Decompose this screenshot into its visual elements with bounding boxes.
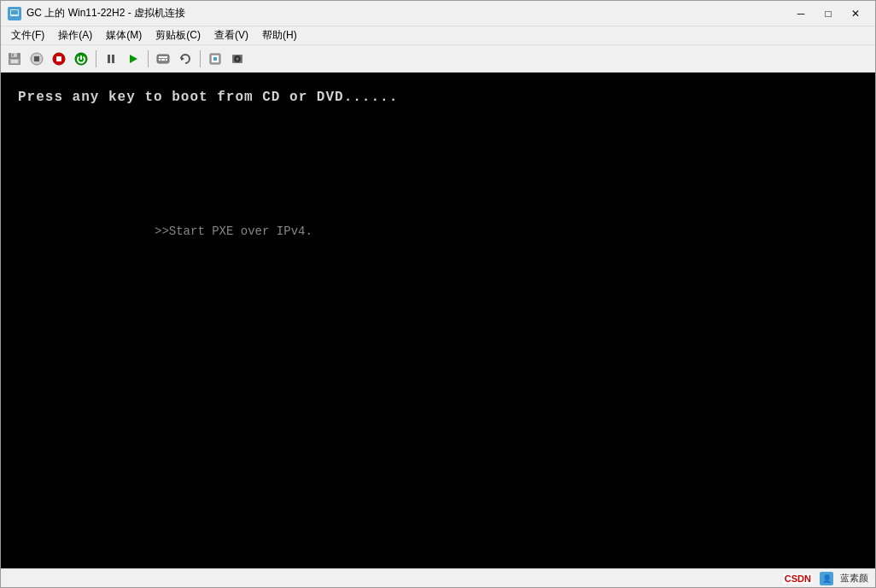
toolbar <box>1 45 875 73</box>
user-icon: 👤 <box>820 572 833 585</box>
save-state-button[interactable] <box>4 49 25 69</box>
svg-rect-12 <box>108 55 110 63</box>
svg-rect-21 <box>159 59 161 61</box>
user-icon-wrapper: 👤 <box>820 572 833 585</box>
user-label: 蓝素颜 <box>840 572 868 585</box>
shutdown-button[interactable] <box>49 49 69 69</box>
menu-file[interactable]: 文件(F) <box>4 26 51 44</box>
maximize-button[interactable]: □ <box>815 5 841 22</box>
insert-disk-button[interactable] <box>227 49 248 69</box>
svg-rect-17 <box>162 56 164 58</box>
pause-button[interactable] <box>101 49 121 69</box>
svg-rect-10 <box>56 56 61 61</box>
menu-action[interactable]: 操作(A) <box>51 26 99 44</box>
svg-rect-1 <box>11 10 18 15</box>
pxe-message: >>Start PXE over IPv4. <box>155 224 858 238</box>
minimize-button[interactable]: ─ <box>788 5 814 22</box>
svg-marker-24 <box>181 56 184 61</box>
svg-rect-27 <box>213 57 217 61</box>
title-bar: GC 上的 Win11-22H2 - 虚拟机连接 ─ □ ✕ <box>1 1 875 26</box>
menu-help[interactable]: 帮助(H) <box>255 26 304 44</box>
menu-media[interactable]: 媒体(M) <box>99 26 149 44</box>
svg-rect-18 <box>166 56 167 58</box>
send-keys-button[interactable] <box>153 49 173 69</box>
csdn-status: CSDN <box>783 573 813 584</box>
window-icon <box>8 7 21 20</box>
svg-rect-16 <box>159 56 161 58</box>
screenshot-button[interactable] <box>205 49 225 69</box>
toolbar-separator-1 <box>96 50 96 67</box>
title-bar-left: GC 上的 Win11-22H2 - 虚拟机连接 <box>8 6 185 20</box>
status-bar: CSDN 👤 蓝素颜 <box>1 568 875 587</box>
svg-point-31 <box>237 58 238 59</box>
svg-rect-23 <box>166 59 167 61</box>
svg-rect-6 <box>11 60 18 63</box>
power-button[interactable] <box>71 49 91 69</box>
menu-bar: 文件(F) 操作(A) 媒体(M) 剪贴板(C) 查看(V) 帮助(H) <box>1 26 875 45</box>
menu-view[interactable]: 查看(V) <box>207 26 255 44</box>
close-button[interactable]: ✕ <box>843 5 868 22</box>
toolbar-separator-2 <box>148 50 149 67</box>
window-title: GC 上的 Win11-22H2 - 虚拟机连接 <box>26 6 185 20</box>
vm-screen[interactable]: Press any key to boot from CD or DVD....… <box>1 73 875 568</box>
svg-rect-4 <box>12 54 14 56</box>
main-window: GC 上的 Win11-22H2 - 虚拟机连接 ─ □ ✕ 文件(F) 操作(… <box>0 0 876 588</box>
svg-rect-8 <box>34 56 39 61</box>
svg-rect-13 <box>112 55 114 63</box>
title-bar-controls: ─ □ ✕ <box>788 5 868 22</box>
stop-button[interactable] <box>26 49 47 69</box>
csdn-logo: CSDN <box>783 573 813 584</box>
svg-marker-14 <box>130 55 137 63</box>
svg-rect-19 <box>161 56 162 58</box>
menu-clipboard[interactable]: 剪贴板(C) <box>149 26 207 44</box>
vm-content: Press any key to boot from CD or DVD....… <box>1 73 875 568</box>
boot-message: Press any key to boot from CD or DVD....… <box>18 90 858 105</box>
toolbar-separator-3 <box>200 50 201 67</box>
svg-rect-22 <box>161 59 165 61</box>
resume-button[interactable] <box>123 49 143 69</box>
undo-button[interactable] <box>175 49 196 69</box>
svg-rect-20 <box>164 56 166 58</box>
